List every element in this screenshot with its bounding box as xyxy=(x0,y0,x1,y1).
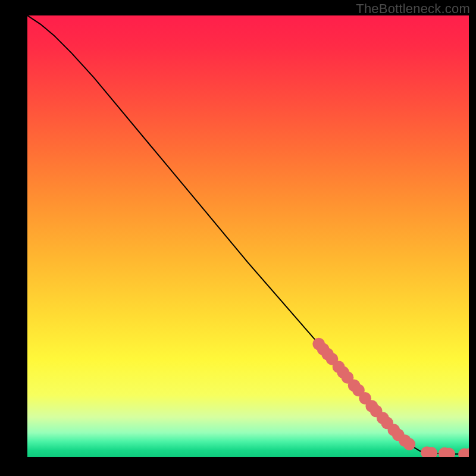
gradient-background xyxy=(27,15,469,457)
watermark-text: TheBottleneck.com xyxy=(356,1,470,17)
chart-svg xyxy=(27,15,469,457)
chart-frame: TheBottleneck.com xyxy=(0,0,476,476)
plot-area xyxy=(27,15,469,457)
data-marker xyxy=(403,438,415,450)
